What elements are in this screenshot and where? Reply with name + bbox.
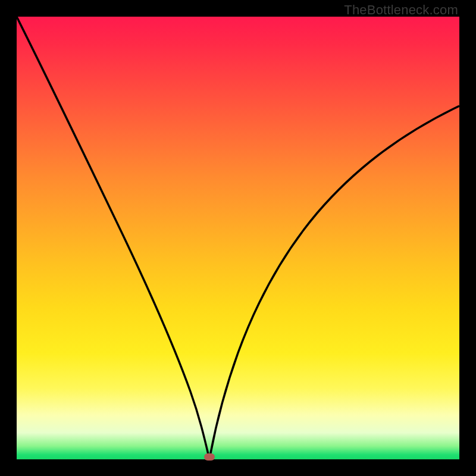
chart-container: TheBottleneck.com — [0, 0, 476, 476]
bottleneck-curve-path — [17, 17, 459, 459]
watermark-text: TheBottleneck.com — [344, 2, 458, 18]
plot-area — [17, 17, 459, 459]
minimum-marker — [204, 453, 215, 461]
curve-svg — [17, 17, 459, 459]
